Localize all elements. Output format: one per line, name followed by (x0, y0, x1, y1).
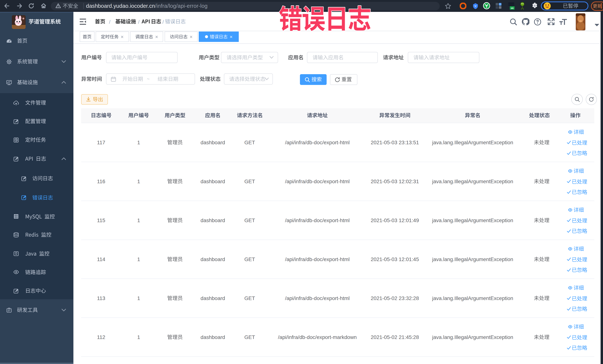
svg-text:on: on (511, 7, 514, 10)
